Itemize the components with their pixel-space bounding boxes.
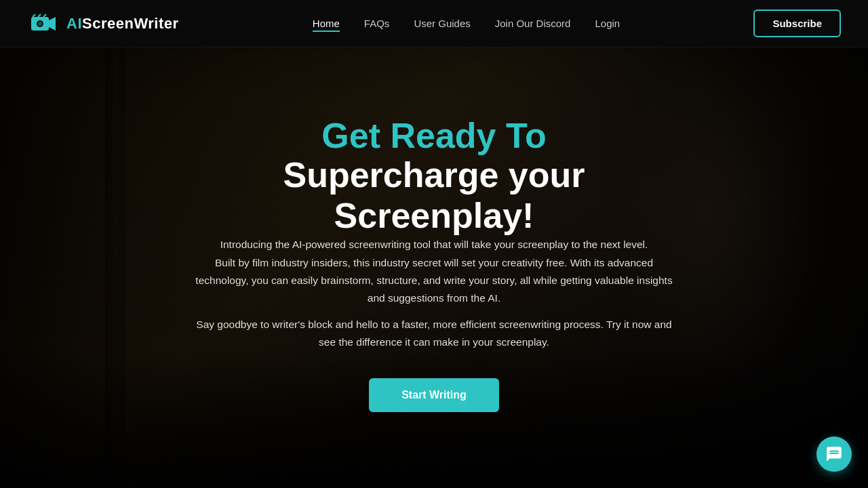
hero-heading-lines23: Supercharge yourScreenplay! [283,155,585,235]
nav-item-discord[interactable]: Join Our Discord [495,18,571,30]
svg-point-4 [38,22,42,26]
hero-section: Get Ready To Supercharge yourScreenplay!… [0,0,868,488]
nav-link-discord[interactable]: Join Our Discord [495,18,571,29]
hero-content: Get Ready To Supercharge yourScreenplay!… [168,117,699,413]
nav-item-faqs[interactable]: FAQs [364,18,390,30]
hero-desc-p2: Say goodbye to writer's block and hello … [195,316,672,352]
nav-link-faqs[interactable]: FAQs [364,18,390,29]
nav-link-login[interactable]: Login [595,18,620,29]
start-writing-button[interactable]: Start Writing [369,378,499,412]
logo-icon [27,7,60,40]
nav-item-home[interactable]: Home [313,18,340,30]
chat-icon [825,445,843,463]
hero-desc-p1: Introducing the AI-powered screenwriting… [195,236,672,307]
navbar: AIScreenWriter Home FAQs User Guides Joi… [0,0,868,47]
nav-link-user-guides[interactable]: User Guides [414,18,470,29]
nav-link-home[interactable]: Home [313,18,340,32]
nav-item-login[interactable]: Login [595,18,620,30]
chat-bubble-button[interactable] [816,436,852,472]
subscribe-button[interactable]: Subscribe [753,9,841,37]
hero-heading: Get Ready To Supercharge yourScreenplay! [195,117,672,237]
nav-links: Home FAQs User Guides Join Our Discord L… [313,18,620,30]
logo-text: AIScreenWriter [66,15,179,33]
logo[interactable]: AIScreenWriter [27,7,179,40]
hero-description: Introducing the AI-powered screenwriting… [195,236,672,351]
nav-item-user-guides[interactable]: User Guides [414,18,470,30]
hero-heading-line1: Get Ready To [321,116,546,155]
